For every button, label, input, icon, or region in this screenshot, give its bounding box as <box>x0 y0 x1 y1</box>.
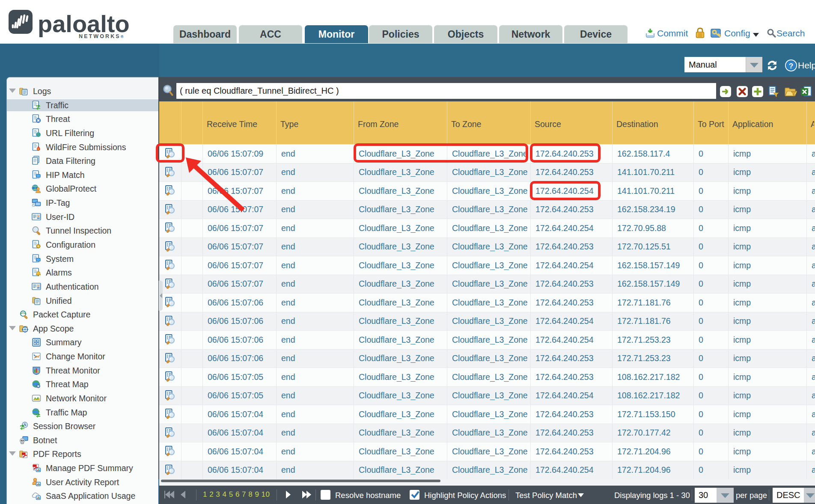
svg-text:?: ? <box>789 62 793 70</box>
